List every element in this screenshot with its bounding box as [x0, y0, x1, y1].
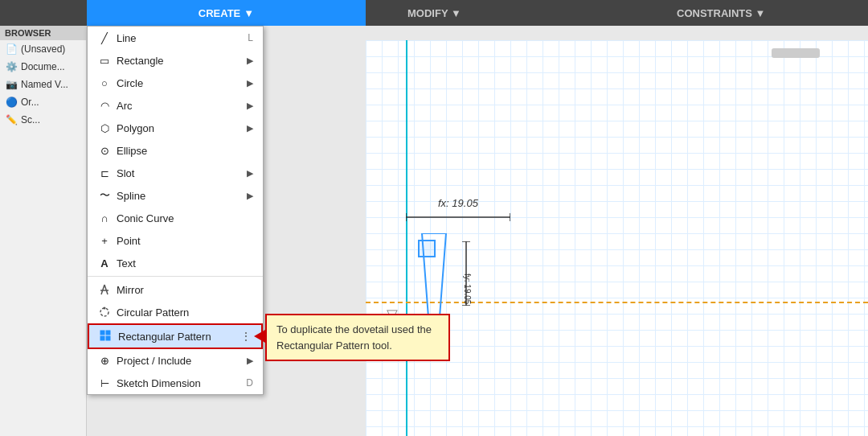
dimension-icon: ⊢	[97, 376, 112, 390]
menu-item-label: Point	[117, 235, 253, 247]
menu-item-project-include[interactable]: ⊕ Project / Include ▶	[88, 349, 263, 372]
circular-pattern-icon	[97, 305, 112, 319]
menu-item-polygon[interactable]: ⬡ Polygon ▶	[88, 117, 263, 139]
menu-item-circle[interactable]: ○ Circle ▶	[88, 72, 263, 94]
menu-item-label: Polygon	[117, 122, 242, 134]
polygon-icon: ⬡	[97, 121, 112, 135]
point-icon: +	[97, 233, 112, 248]
sidebar-item-label: Docume...	[21, 61, 65, 72]
top-toolbar: CREATE ▼ MODIFY ▼ CONSTRAINTS ▼	[0, 0, 868, 26]
submenu-arrow-icon: ▶	[247, 123, 253, 134]
menu-item-arc[interactable]: ◠ Arc ▶	[88, 94, 263, 117]
text-icon: A	[97, 256, 112, 270]
menu-item-label: Circular Pattern	[117, 306, 253, 319]
menu-item-label: Project / Include	[117, 355, 242, 367]
dimension-fx-label: fx: 19.05	[438, 197, 478, 209]
dimension-shortcut: D	[246, 377, 253, 389]
project-icon: ⊕	[97, 353, 112, 368]
sidebar-item-label: Or...	[21, 97, 39, 108]
sidebar-item-unsaved[interactable]: 📄 (Unsaved)	[0, 40, 86, 58]
sidebar-item-label: Named V...	[21, 79, 68, 90]
menu-divider	[88, 276, 263, 277]
canvas-area: fx: 19.05 fy: 19.05 ▽	[366, 40, 868, 436]
scroll-indicator	[772, 48, 820, 58]
sidebar-item-origin[interactable]: 🔵 Or...	[0, 93, 86, 111]
document-icon: 📄	[5, 43, 18, 56]
more-options-icon[interactable]: ⋮	[240, 330, 252, 343]
tooltip-text: To duplicate the dovetail used the Recta…	[276, 323, 432, 352]
sidebar-item-sketches[interactable]: ✏️ Sc...	[0, 111, 86, 129]
menu-item-label: Conic Curve	[117, 212, 253, 224]
canvas-grid: fx: 19.05 fy: 19.05 ▽	[366, 40, 868, 436]
svg-rect-2	[100, 331, 104, 335]
submenu-arrow-icon: ▶	[247, 356, 253, 366]
svg-point-1	[104, 307, 106, 310]
vertical-dimension: fy: 19.05	[454, 241, 478, 306]
line-icon: ╱	[97, 31, 112, 45]
line-shortcut: L	[248, 32, 253, 43]
sidebar-item-document[interactable]: ⚙️ Docume...	[0, 58, 86, 76]
spline-icon: 〜	[97, 188, 112, 203]
sidebar-item-named-views[interactable]: 📷 Named V...	[0, 76, 86, 93]
menu-item-label: Sketch Dimension	[117, 377, 241, 389]
menu-item-label: Mirror	[117, 284, 253, 296]
create-arrow: ▼	[244, 7, 254, 19]
arc-icon: ◠	[97, 98, 112, 113]
svg-rect-3	[106, 331, 110, 335]
svg-rect-5	[106, 336, 110, 340]
mirror-icon	[97, 282, 112, 297]
sidebar-header: BROWSER	[0, 26, 86, 40]
svg-text:fy: 19.05: fy: 19.05	[463, 274, 472, 305]
menu-item-spline[interactable]: 〜 Spline ▶	[88, 184, 263, 207]
menu-item-mirror[interactable]: Mirror	[88, 278, 263, 301]
menu-item-label: Line	[117, 32, 243, 44]
sidebar: BROWSER 📄 (Unsaved) ⚙️ Docume... 📷 Named…	[0, 26, 87, 436]
menu-item-label: Slot	[117, 167, 242, 179]
menu-item-line[interactable]: ╱ Line L	[88, 27, 263, 49]
svg-rect-4	[100, 336, 104, 340]
circle-icon: ○	[97, 76, 112, 90]
tooltip-box: To duplicate the dovetail used the Recta…	[265, 314, 450, 361]
menu-item-ellipse[interactable]: ⊙ Ellipse	[88, 139, 263, 162]
menu-item-rectangle[interactable]: ▭ Rectangle ▶	[88, 49, 263, 72]
menu-item-point[interactable]: + Point	[88, 229, 263, 252]
menu-item-slot[interactable]: ⊏ Slot ▶	[88, 162, 263, 184]
menu-item-label: Rectangle	[117, 55, 242, 67]
sketch-icon: ✏️	[5, 113, 18, 126]
menu-item-text[interactable]: A Text	[88, 252, 263, 274]
create-dropdown-menu: ╱ Line L ▭ Rectangle ▶ ○ Circle ▶ ◠ Arc …	[87, 26, 264, 395]
menu-item-conic-curve[interactable]: ∩ Conic Curve	[88, 207, 263, 229]
submenu-arrow-icon: ▶	[247, 56, 253, 66]
menu-item-rectangular-pattern[interactable]: Rectangular Pattern ⋮	[88, 323, 263, 349]
settings-icon: ⚙️	[5, 60, 18, 73]
create-label: CREATE	[199, 7, 240, 19]
modify-button[interactable]: MODIFY ▼	[398, 0, 471, 26]
menu-item-label: Arc	[117, 100, 242, 112]
constraints-button[interactable]: CONSTRAINTS ▼	[667, 0, 775, 26]
menu-item-sketch-dimension[interactable]: ⊢ Sketch Dimension D	[88, 372, 263, 394]
submenu-arrow-icon: ▶	[247, 78, 253, 88]
create-menu-button[interactable]: CREATE ▼	[87, 0, 366, 26]
sidebar-item-label: (Unsaved)	[21, 43, 65, 55]
menu-item-label: Circle	[117, 77, 242, 89]
menu-item-label: Text	[117, 257, 253, 269]
origin-icon: 🔵	[5, 96, 18, 109]
submenu-arrow-icon: ▶	[247, 168, 253, 179]
submenu-arrow-icon: ▶	[247, 191, 253, 201]
menu-item-label: Ellipse	[117, 145, 253, 157]
tooltip-arrow-icon	[254, 330, 265, 343]
conic-curve-icon: ∩	[97, 211, 112, 225]
menu-item-label: Rectangular Pattern	[118, 331, 234, 343]
menu-item-label: Spline	[117, 190, 242, 202]
camera-icon: 📷	[5, 78, 18, 91]
submenu-arrow-icon: ▶	[247, 101, 253, 111]
ellipse-icon: ⊙	[97, 143, 112, 158]
menu-item-circular-pattern[interactable]: Circular Pattern	[88, 301, 263, 323]
sidebar-item-label: Sc...	[21, 114, 40, 125]
rectangular-pattern-icon	[99, 329, 113, 343]
rectangle-icon: ▭	[97, 53, 112, 68]
slot-icon: ⊏	[97, 166, 112, 180]
horizontal-dimension	[406, 209, 510, 225]
